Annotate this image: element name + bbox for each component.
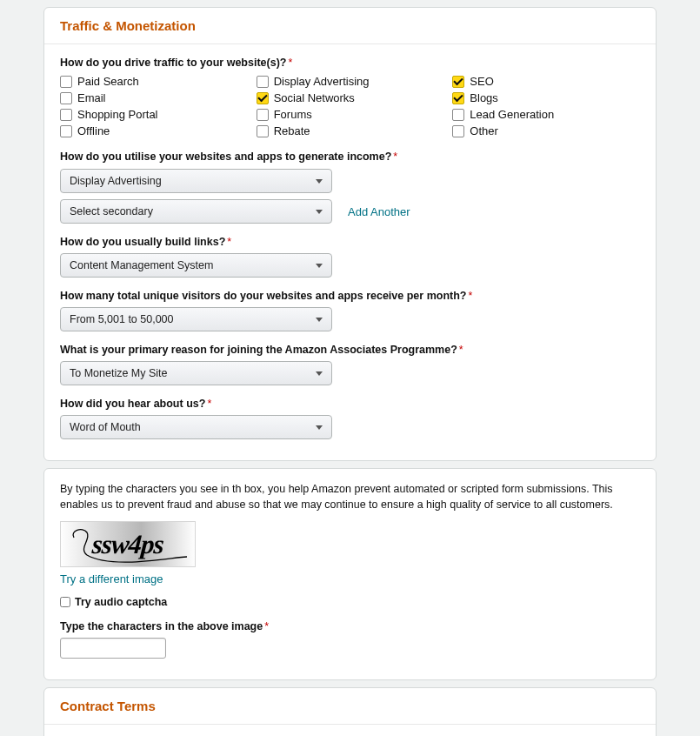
traffic-option: SEO [452, 74, 640, 89]
hear-select[interactable]: Word of Mouth [60, 415, 332, 439]
traffic-option: Rebate [257, 124, 444, 138]
income-primary-select[interactable]: Display Advertising [60, 169, 332, 193]
captcha-input[interactable] [60, 638, 166, 659]
question-label: How did you hear about us?* [60, 398, 640, 410]
traffic-option: Other [452, 124, 640, 138]
required-mark: * [459, 344, 463, 356]
question-drive-traffic: How do you drive traffic to your website… [60, 57, 640, 138]
traffic-checkbox[interactable] [257, 109, 269, 121]
question-text: How do you drive traffic to your website… [60, 57, 286, 69]
traffic-option-label: Rebate [274, 124, 310, 137]
captcha-card: By typing the characters you see in th b… [43, 468, 657, 680]
traffic-option-label: Other [470, 124, 498, 137]
contract-heading: Contract Terms [44, 688, 656, 725]
try-different-image-link[interactable]: Try a different image [60, 572, 163, 585]
required-mark: * [468, 290, 472, 302]
traffic-checkbox[interactable] [452, 92, 464, 104]
traffic-option: Social Networks [257, 90, 444, 105]
traffic-option: Email [60, 90, 248, 105]
traffic-option: Paid Search [60, 74, 248, 89]
captcha-letters: ssw4ps [91, 529, 164, 560]
audio-captcha-checkbox[interactable] [60, 597, 70, 607]
traffic-option: Offline [60, 124, 248, 138]
traffic-option-label: Shopping Portal [77, 108, 158, 121]
chevron-down-icon [316, 425, 323, 430]
chevron-down-icon [316, 264, 323, 268]
traffic-checkbox[interactable] [257, 92, 269, 104]
traffic-option-label: Blogs [470, 91, 498, 104]
select-value: From 5,001 to 50,000 [70, 313, 174, 325]
question-visitors: How many total unique visitors do your w… [60, 290, 640, 331]
required-mark: * [207, 398, 211, 410]
traffic-option-label: Social Networks [274, 91, 355, 104]
traffic-option-label: Display Advertising [274, 75, 370, 88]
question-text: Type the characters in the above image [60, 620, 263, 632]
question-captcha-input: Type the characters in the above image* [60, 620, 640, 659]
reason-select[interactable]: To Monetize My Site [60, 361, 332, 385]
select-value: Content Management System [70, 259, 213, 271]
traffic-option-label: Forums [274, 108, 312, 121]
traffic-checkbox[interactable] [257, 125, 269, 137]
traffic-monetization-card: Traffic & Monetization How do you drive … [43, 7, 657, 461]
traffic-option-label: SEO [470, 75, 493, 88]
question-label: How do you utilise your websites and app… [60, 151, 640, 163]
traffic-option: Shopping Portal [60, 107, 248, 122]
traffic-option: Lead Generation [452, 107, 640, 122]
traffic-checkbox[interactable] [60, 92, 72, 104]
question-label: How many total unique visitors do your w… [60, 290, 640, 302]
audio-captcha-row: Try audio captcha [60, 596, 640, 608]
chevron-down-icon [316, 179, 323, 184]
required-mark: * [264, 620, 269, 632]
select-value: Word of Mouth [70, 421, 141, 433]
chevron-down-icon [316, 210, 323, 214]
question-text: How do you utilise your websites and app… [60, 151, 391, 163]
add-another-link[interactable]: Add Another [348, 205, 410, 218]
traffic-checkbox[interactable] [452, 76, 464, 88]
chevron-down-icon [316, 318, 323, 322]
traffic-checkbox[interactable] [257, 76, 269, 88]
question-text: How did you hear about us? [60, 398, 205, 410]
required-mark: * [288, 57, 292, 69]
question-income: How do you utilise your websites and app… [60, 151, 640, 224]
traffic-checkbox[interactable] [452, 109, 464, 121]
question-reason: What is your primary reason for joining … [60, 344, 640, 385]
traffic-option: Forums [257, 107, 444, 122]
traffic-option: Blogs [452, 90, 640, 105]
traffic-option-label: Lead Generation [470, 108, 554, 121]
question-build-links: How do you usually build links?* Content… [60, 236, 640, 278]
question-label: What is your primary reason for joining … [60, 344, 640, 356]
question-label: How do you drive traffic to your website… [60, 57, 640, 69]
captcha-instructions: By typing the characters you see in th b… [60, 481, 640, 512]
visitors-select[interactable]: From 5,001 to 50,000 [60, 307, 332, 331]
contract-terms-card: Contract Terms You agree to the terms an… [43, 687, 657, 736]
select-value: To Monetize My Site [70, 367, 168, 379]
select-value: Select secondary [70, 205, 153, 217]
question-text: How many total unique visitors do your w… [60, 290, 466, 302]
traffic-checkbox[interactable] [60, 125, 72, 137]
select-value: Display Advertising [70, 175, 162, 187]
audio-captcha-label: Try audio captcha [75, 596, 167, 608]
required-mark: * [393, 151, 397, 163]
captcha-image: ssw4ps [60, 521, 196, 567]
question-label: How do you usually build links?* [60, 236, 640, 248]
traffic-checkbox[interactable] [452, 125, 464, 137]
traffic-option-label: Paid Search [77, 75, 139, 88]
traffic-checkbox[interactable] [60, 109, 72, 121]
traffic-option-label: Offline [77, 124, 110, 137]
income-secondary-select[interactable]: Select secondary [60, 199, 332, 224]
required-mark: * [227, 236, 231, 248]
traffic-checkbox[interactable] [60, 76, 72, 88]
question-hear: How did you hear about us?* Word of Mout… [60, 398, 640, 439]
build-links-select[interactable]: Content Management System [60, 253, 332, 278]
traffic-option: Display Advertising [257, 74, 444, 89]
question-label: Type the characters in the above image* [60, 620, 640, 632]
traffic-option-label: Email [77, 91, 106, 104]
traffic-heading: Traffic & Monetization [44, 8, 656, 44]
traffic-checkbox-grid: Paid SearchDisplay AdvertisingSEOEmailSo… [60, 74, 640, 138]
question-text: How do you usually build links? [60, 236, 225, 248]
chevron-down-icon [316, 371, 323, 376]
question-text: What is your primary reason for joining … [60, 344, 457, 356]
